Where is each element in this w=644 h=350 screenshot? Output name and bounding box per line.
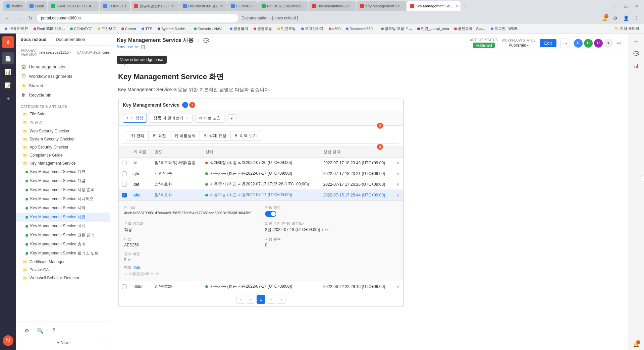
row-checkbox-cell[interactable] <box>119 168 130 179</box>
page-1-button[interactable]: 1 <box>257 295 265 304</box>
bookmark-global[interactable]: 글로벌 포탈 ㅋ... <box>379 25 414 32</box>
article-slug[interactable]: /kms-use <box>117 45 133 49</box>
expand-icon[interactable]: ∨ <box>396 182 399 187</box>
forward-button[interactable]: → <box>14 13 23 23</box>
bookmark-connect[interactable]: CONNECT <box>68 26 94 32</box>
sidebar-settings-button[interactable]: ⚙ <box>21 325 33 337</box>
kms-learn-more-button[interactable]: 상품 더 알아보기 ↗ <box>150 114 193 123</box>
star-icon[interactable]: ☆ <box>196 38 201 43</box>
tab-mail[interactable]: 받은메일함(9022) : ㄷ <box>131 1 179 11</box>
address-input[interactable] <box>37 14 238 22</box>
kms-dropdown-button[interactable]: ▾ <box>227 114 236 122</box>
kms-tab-rotate[interactable]: 키 회전 <box>149 131 170 141</box>
expand-icon[interactable]: ∨ <box>396 171 399 176</box>
row-expand-cell[interactable]: ∨ <box>393 281 403 292</box>
bookmark-weekly[interactable]: 주간보고 <box>96 25 118 32</box>
bookmark-more[interactable]: 📁 기타 북마크 <box>612 25 641 32</box>
edit-slug-icon[interactable]: ✏ <box>135 45 139 49</box>
project-version[interactable]: PROJECT VERSION release/20221215 ▾ <box>21 48 72 56</box>
row-expand-cell[interactable]: ∨ <box>393 158 403 168</box>
more-options-button[interactable]: ··· <box>560 39 570 48</box>
app-logo[interactable]: d <box>2 36 14 48</box>
sidebar-icon-content[interactable]: 📝 <box>2 79 14 91</box>
sidebar-item-home-page-builder[interactable]: 🏠 Home page builder <box>16 62 110 71</box>
new-tab-button[interactable]: + <box>461 1 471 11</box>
tab-image[interactable]: Re: [#161118] Image... <box>258 1 308 11</box>
row-checkbox[interactable] <box>122 161 127 165</box>
bookmark-private[interactable]: 민간포탈 <box>275 25 298 32</box>
tree-item-kms-release[interactable]: Key Management Service 릴리스 노트 <box>16 249 110 258</box>
tree-item-system-security[interactable]: 📁 System Security Checker <box>16 135 110 143</box>
version-edit-icon[interactable]: ✏ <box>128 258 131 262</box>
page-next-button[interactable]: › <box>267 295 275 304</box>
row-checkbox-checked[interactable]: ✓ <box>122 193 127 197</box>
row-checkbox-cell[interactable]: ✓ <box>119 190 130 200</box>
right-icon-chart[interactable]: 📊 <box>631 60 642 71</box>
tab-close-icon[interactable]: ✕ <box>456 4 459 8</box>
tab-docs[interactable]: Documentation - [ d... <box>309 1 356 11</box>
bookmark-iims[interactable]: IIMS 카드뷰 <box>3 25 30 32</box>
row-checkbox-cell[interactable] <box>119 179 130 190</box>
tree-item-kms-start[interactable]: Key Management Service 시작 <box>16 203 110 213</box>
bookmark-public1[interactable]: 공용폴더 <box>228 25 250 32</box>
tree-item-kms-scenario[interactable]: Key Management Service 시나리오 <box>16 194 110 203</box>
kms-tab-manage[interactable]: 키 관리 <box>127 131 149 141</box>
tab-naver[interactable]: NAVER CLOUD PLAT... <box>48 1 99 11</box>
bookmark-real-iims[interactable]: Real IIMS 카드... <box>32 25 67 32</box>
tree-item-kms-permission[interactable]: Key Management Service 권한 관리 <box>16 231 110 240</box>
row-checkbox-cell[interactable] <box>119 158 130 168</box>
tree-item-kms-faq[interactable]: Key Management Service 총어 <box>16 240 110 249</box>
extensions-button[interactable]: ⚙ <box>610 13 620 23</box>
tab-login[interactable]: Login <box>26 1 47 11</box>
row-checkbox[interactable] <box>122 182 127 187</box>
bookmark-document360[interactable]: Document360... <box>344 26 378 32</box>
bookmark-system[interactable]: System Dashb... <box>156 26 191 32</box>
sidebar-icon-profile[interactable]: N <box>3 335 13 346</box>
right-icon-comment[interactable]: 💬 <box>631 48 642 59</box>
page-next-next-button[interactable]: » <box>277 295 285 304</box>
bookmark-career[interactable]: Career <box>119 26 139 32</box>
copy-slug-icon[interactable]: 📋 <box>141 45 146 49</box>
tree-item-compliance[interactable]: 📁 Compliance Guide <box>16 151 110 159</box>
comment-icon[interactable]: 💬 <box>203 38 209 43</box>
tree-item-webshell[interactable]: 📁 Webshell Behavoir Detector <box>16 274 110 282</box>
sidebar-icon-analytics[interactable]: 📊 <box>2 66 14 78</box>
project-language[interactable]: LANGUAGES Korean ▾ <box>77 48 110 56</box>
tab-connect2[interactable]: CONNECT <box>227 1 258 11</box>
more-collaborators[interactable]: ▾ <box>604 39 613 48</box>
tree-item-certificate[interactable]: 📁 Certificate Manager <box>16 258 110 266</box>
tree-item-file-safer[interactable]: 📁 File Safer <box>16 110 110 118</box>
tree-item-web-security[interactable]: 📁 Web Security Checker <box>16 127 110 135</box>
tab-connect1[interactable]: CONNECT <box>100 1 130 11</box>
sidebar-item-starred[interactable]: ⭐ Starred <box>16 81 110 90</box>
sidebar-icon-tools[interactable]: ✦ <box>2 93 14 105</box>
tab-d360[interactable]: Document360 관리ㅈ <box>179 1 227 11</box>
notifications-button[interactable]: 🔔 2 <box>600 13 609 23</box>
row-expand-cell[interactable]: ∨ <box>393 168 403 179</box>
sidebar-icon-docs[interactable]: 📄 <box>2 52 14 64</box>
expand-icon[interactable]: ∨ <box>396 284 399 289</box>
sidebar-item-workflow-assignments[interactable]: 📋 Workflow assignments <box>16 71 110 81</box>
right-icon-pencil[interactable]: ✏ <box>631 36 642 47</box>
tree-item-security-monitoring[interactable]: 📁 키 관리 <box>16 118 110 127</box>
maximize-button[interactable]: □ <box>621 1 631 11</box>
new-article-button[interactable]: + New <box>21 338 105 347</box>
sidebar-help-button[interactable]: ? <box>48 325 60 337</box>
page-prev-prev-button[interactable]: « <box>236 295 245 304</box>
kms-tab-history[interactable]: 키 이력 보기 <box>231 131 262 141</box>
row-expand-cell[interactable]: ∨ <box>393 179 403 190</box>
bookmark-d360[interactable]: d360 <box>327 26 342 32</box>
tree-item-app-security[interactable]: 📁 App Security Checker <box>16 143 110 151</box>
bookmark-portal-beta[interactable]: 민간_portal_beta <box>415 25 451 32</box>
expand-icon[interactable]: ∨ <box>396 161 399 165</box>
bookmark-login[interactable]: 로그인하기 <box>299 25 325 32</box>
undo-button[interactable]: ↩ <box>617 40 621 46</box>
rotate-cycle-edit[interactable]: Edit <box>322 228 328 232</box>
auto-rotate-toggle[interactable] <box>265 211 276 217</box>
page-prev-button[interactable]: ‹ <box>247 295 255 304</box>
tree-item-kms[interactable]: 📁 Key Management Service <box>16 159 110 167</box>
workflow-status-control[interactable]: Published ▾ <box>508 43 529 48</box>
kms-create-button[interactable]: + 키 생성 <box>123 114 147 123</box>
close-window-button[interactable]: ✕ <box>632 1 641 11</box>
tree-item-kms-example[interactable]: Key Management Service 예제 <box>16 222 110 231</box>
